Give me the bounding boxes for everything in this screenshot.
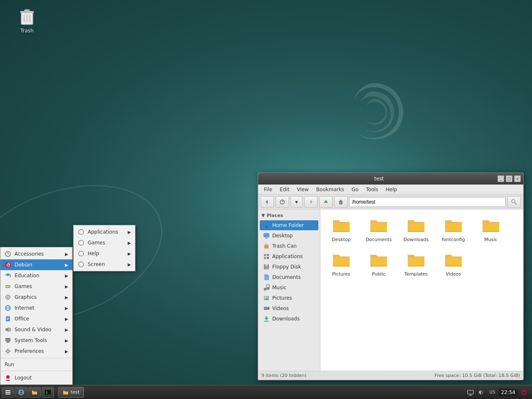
sidebar-downloads[interactable]: Downloads xyxy=(260,314,318,324)
svg-rect-24 xyxy=(267,257,269,259)
taskbar-files-button[interactable] xyxy=(28,387,41,398)
power-button-icon xyxy=(521,389,527,396)
submenu-applications[interactable]: Applications ▶ xyxy=(74,227,135,237)
dropdown-button[interactable]: ▼ xyxy=(291,196,303,208)
keyboard-layout-icon[interactable]: US xyxy=(488,388,497,397)
file-item-fontconfig[interactable]: fontconfig xyxy=(437,214,470,244)
file-item-videos[interactable]: Videos xyxy=(437,248,470,278)
menu-education[interactable]: Education ▶ xyxy=(0,270,72,281)
up-button[interactable] xyxy=(319,196,332,208)
app-menu: Accessories ▶ Debian ▶ Applications ▶ xyxy=(0,247,73,385)
file-item-templates[interactable]: Templates xyxy=(399,248,433,278)
sidebar-applications-label: Applications xyxy=(272,254,303,259)
forward-button[interactable] xyxy=(304,196,318,208)
sidebar-home-folder[interactable]: Home Folder xyxy=(260,220,318,230)
search-icon xyxy=(511,199,517,205)
menu-run[interactable]: Run xyxy=(0,360,72,369)
terminal-taskbar-icon: $_ xyxy=(44,389,51,396)
search-button[interactable] xyxy=(507,196,521,208)
window-toolbar: ▼ xyxy=(258,195,523,209)
music-sidebar-icon xyxy=(263,284,270,291)
power-icon[interactable] xyxy=(520,388,529,397)
file-grid: Desktop Documents Downloads fontconfig M… xyxy=(320,209,523,371)
sidebar-applications[interactable]: Applications xyxy=(260,251,318,261)
sidebar-music[interactable]: Music xyxy=(260,283,318,293)
sidebar-documents[interactable]: Documents xyxy=(260,272,318,282)
menu-graphics[interactable]: Graphics ▶ xyxy=(0,292,72,303)
svg-rect-79 xyxy=(5,392,10,393)
file-name: fontconfig xyxy=(442,237,465,242)
volume-taskbar-icon[interactable] xyxy=(477,388,486,397)
file-item-downloads[interactable]: Downloads xyxy=(399,214,433,244)
debian-icon xyxy=(5,261,11,268)
menu-file[interactable]: File xyxy=(261,186,276,193)
reload-button[interactable] xyxy=(276,196,289,208)
menu-accessories[interactable]: Accessories ▶ xyxy=(0,249,72,259)
file-item-documents[interactable]: Documents xyxy=(362,214,395,244)
taskbar-terminal-button[interactable]: $_ xyxy=(42,387,54,398)
menu-tools[interactable]: Tools xyxy=(363,186,382,193)
svg-rect-30 xyxy=(267,276,269,280)
sidebar-floppy[interactable]: Floppy Disk xyxy=(260,262,318,272)
menu-separator-2 xyxy=(0,371,72,371)
home-button[interactable] xyxy=(334,196,347,208)
maximize-button[interactable]: □ xyxy=(506,175,512,182)
taskbar-test-window[interactable]: test xyxy=(58,387,84,398)
file-item-desktop[interactable]: Desktop xyxy=(325,214,358,244)
menu-bookmarks[interactable]: Bookmarks xyxy=(313,186,347,193)
taskbar-time[interactable]: 22:54 xyxy=(498,389,518,396)
sidebar-desktop[interactable]: Desktop xyxy=(260,231,318,241)
address-bar[interactable] xyxy=(349,197,506,207)
submenu-games-icon xyxy=(78,239,84,246)
places-header[interactable]: ▼ Places xyxy=(258,211,320,220)
menu-sound-video[interactable]: Sound & Video ▶ xyxy=(0,324,72,335)
folder-taskbar-icon xyxy=(31,389,38,396)
minimize-button[interactable]: _ xyxy=(498,175,504,182)
svg-marker-11 xyxy=(338,200,343,204)
menu-logout[interactable]: Logout xyxy=(0,372,72,383)
menu-debian[interactable]: Debian ▶ Applications ▶ Games ▶ xyxy=(0,259,72,270)
sound-video-icon xyxy=(5,326,11,333)
submenu-games[interactable]: Games ▶ xyxy=(74,237,135,248)
places-dropdown-icon: ▼ xyxy=(261,213,265,218)
office-arrow: ▶ xyxy=(65,317,68,321)
menu-preferences[interactable]: Preferences ▶ xyxy=(0,346,72,357)
svg-point-48 xyxy=(79,240,84,245)
sidebar-pictures[interactable]: Pictures xyxy=(260,293,318,303)
up-icon xyxy=(323,199,329,205)
sidebar-videos[interactable]: Videos xyxy=(260,303,318,313)
menu-go[interactable]: Go xyxy=(348,186,362,193)
menu-view[interactable]: View xyxy=(293,186,312,193)
window-menubar: File Edit View Bookmarks Go Tools Help xyxy=(258,185,523,195)
close-button[interactable]: × xyxy=(514,175,521,182)
trash-sidebar-icon xyxy=(263,243,270,249)
svg-rect-17 xyxy=(265,238,268,239)
menu-games[interactable]: Games ▶ xyxy=(0,281,72,292)
folder-file-icon xyxy=(369,215,389,235)
office-icon xyxy=(5,315,11,322)
menu-help[interactable]: Help xyxy=(382,186,400,193)
back-button[interactable] xyxy=(261,196,274,208)
trash-desktop-icon[interactable]: Trash xyxy=(12,6,42,34)
file-name: Templates xyxy=(404,271,428,277)
svg-point-49 xyxy=(79,251,84,256)
trash-icon xyxy=(17,6,37,26)
file-item-pictures[interactable]: Pictures xyxy=(325,248,358,278)
svg-text:$_: $_ xyxy=(46,391,50,394)
file-item-public[interactable]: Public xyxy=(362,248,395,278)
debian-swirl-decoration xyxy=(332,75,416,158)
menu-system-tools[interactable]: System Tools ▶ xyxy=(0,335,72,346)
app-menu-button[interactable] xyxy=(2,387,14,398)
network-taskbar-icon[interactable] xyxy=(466,388,475,397)
file-item-music[interactable]: Music xyxy=(474,214,507,244)
submenu-applications-icon xyxy=(78,229,84,235)
svg-rect-52 xyxy=(10,275,11,277)
sidebar-trash[interactable]: Trash Can xyxy=(260,241,318,251)
menu-edit[interactable]: Edit xyxy=(276,186,293,193)
taskbar-browser-button[interactable] xyxy=(15,387,27,398)
submenu-screen[interactable]: Screen ▶ xyxy=(74,259,135,270)
menu-internet[interactable]: Internet ▶ xyxy=(0,303,72,313)
menu-office[interactable]: Office ▶ xyxy=(0,313,72,324)
svg-rect-2 xyxy=(25,10,30,12)
submenu-help[interactable]: Help ▶ xyxy=(74,248,135,259)
